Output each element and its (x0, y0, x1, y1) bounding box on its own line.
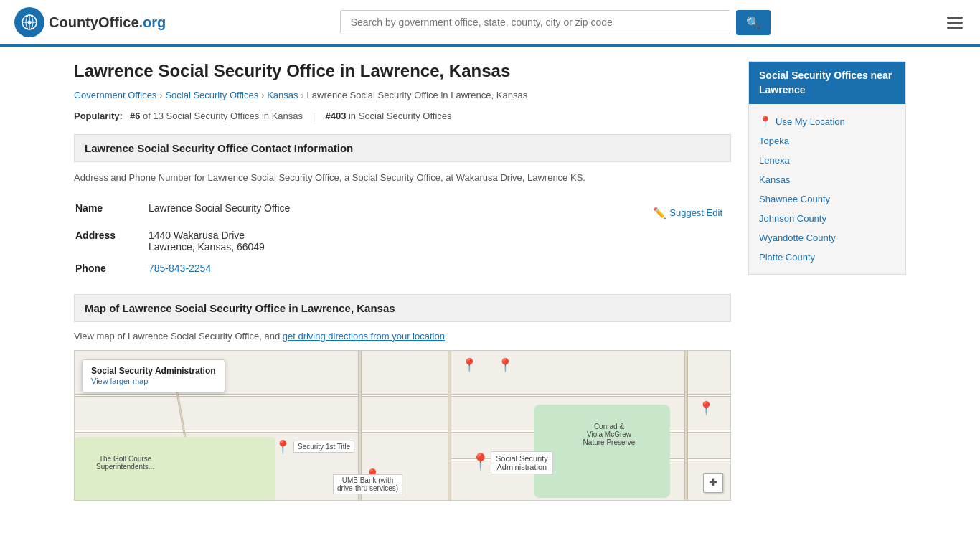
zoom-plus-button[interactable]: + (703, 473, 723, 493)
table-row-phone: Phone 785-843-2254 (75, 258, 730, 278)
map-pin-purple-2: 📍 (461, 357, 477, 373)
breadcrumb: Government Offices › Social Security Off… (74, 90, 731, 100)
logo-icon (14, 7, 44, 37)
view-larger-map-link[interactable]: View larger map (91, 377, 148, 385)
menu-bar-2 (947, 22, 963, 24)
map-pin-right: 📍 (698, 400, 714, 416)
sidebar-title: Social Security Offices near Lawrence (749, 62, 905, 104)
sidebar-list: 📍 Use My Location Topeka Lenexa Kansas S… (749, 104, 905, 274)
popularity-rank-2: #403 in Social Security Offices (325, 110, 451, 121)
pop-divider: | (313, 110, 315, 121)
breadcrumb-sep-3: › (301, 90, 304, 100)
map-label-security1st: Security 1st Title (293, 441, 354, 453)
map-section-header: Map of Lawrence Social Security Office i… (74, 294, 731, 322)
search-area: 🔍 (340, 10, 771, 35)
sidebar-item-wyandotte: Wyandotte County (749, 228, 905, 248)
map-label-umb: UMB Bank (withdrive-thru services) (333, 474, 402, 494)
search-input[interactable] (340, 10, 730, 34)
breadcrumb-sep-1: › (159, 90, 162, 100)
header: CountyOffice.org 🔍 (0, 0, 980, 47)
map-green-area (534, 405, 670, 498)
name-value: Lawrence Social Security Office ✏️ Sugge… (149, 198, 730, 224)
phone-link[interactable]: 785-843-2254 (149, 263, 211, 274)
map-section: Map of Lawrence Social Security Office i… (74, 294, 731, 501)
popularity-row: Popularity: #6 of 13 Social Security Off… (74, 110, 731, 121)
contact-details-table: Name Lawrence Social Security Office ✏️ … (74, 197, 731, 280)
map-container[interactable]: Conrad &Viola McGrewNature Preserve The … (74, 350, 731, 501)
breadcrumb-govt-offices[interactable]: Government Offices (74, 90, 156, 100)
map-popup: Social Security Administration View larg… (82, 359, 225, 392)
sidebar-box: Social Security Offices near Lawrence 📍 … (748, 61, 906, 275)
contact-description: Address and Phone Number for Lawrence So… (74, 171, 731, 185)
sidebar-item-kansas: Kansas (749, 170, 905, 189)
breadcrumb-current: Lawrence Social Security Office in Lawre… (307, 90, 528, 100)
topeka-link[interactable]: Topeka (759, 136, 789, 146)
map-pin-main: 📍 (471, 453, 490, 471)
phone-value: 785-843-2254 (149, 258, 730, 278)
table-row-address: Address 1440 Wakarusa Drive Lawrence, Ka… (75, 225, 730, 257)
map-description: View map of Lawrence Social Security Off… (74, 331, 731, 342)
sidebar-item-johnson: Johnson County (749, 209, 905, 228)
popularity-label: Popularity: (74, 110, 123, 121)
johnson-link[interactable]: Johnson County (759, 213, 826, 224)
breadcrumb-sep-2: › (261, 90, 264, 100)
map-label-nature-preserve: Conrad &Viola McGrewNature Preserve (548, 423, 670, 446)
svg-point-5 (28, 21, 32, 24)
lenexa-link[interactable]: Lenexa (759, 155, 790, 166)
breadcrumb-social-security[interactable]: Social Security Offices (165, 90, 258, 100)
driving-directions-link[interactable]: get driving directions from your locatio… (283, 331, 445, 342)
sidebar-item-shawnee: Shawnee County (749, 189, 905, 209)
phone-label: Phone (75, 258, 147, 278)
map-pin-security1st: 📍 (275, 439, 291, 455)
sidebar: Social Security Offices near Lawrence 📍 … (748, 61, 906, 501)
page-title: Lawrence Social Security Office in Lawre… (74, 61, 731, 81)
use-my-location-item: 📍 Use My Location (749, 111, 905, 131)
logo-area: CountyOffice.org (14, 7, 166, 37)
menu-bar-1 (947, 17, 963, 19)
popularity-rank-1: #6 of 13 Social Security Offices in Kans… (130, 110, 303, 121)
shawnee-link[interactable]: Shawnee County (759, 194, 830, 204)
address-label: Address (75, 225, 147, 257)
hamburger-menu-button[interactable] (944, 14, 966, 32)
kansas-link[interactable]: Kansas (759, 174, 790, 185)
map-label-main-ssa: Social SecurityAdministration (491, 451, 553, 474)
contact-section: Lawrence Social Security Office Contact … (74, 134, 731, 280)
menu-bar-3 (947, 27, 963, 29)
contact-section-header: Lawrence Social Security Office Contact … (74, 134, 731, 162)
suggest-edit-button[interactable]: ✏️ Suggest Edit (653, 207, 722, 220)
table-row-name: Name Lawrence Social Security Office ✏️ … (75, 198, 730, 224)
use-my-location-link[interactable]: Use My Location (776, 116, 845, 127)
map-road-v3 (684, 351, 688, 500)
breadcrumb-kansas[interactable]: Kansas (267, 90, 298, 100)
sidebar-item-platte: Platte County (749, 248, 905, 267)
map-road-h1 (75, 394, 730, 397)
sidebar-item-topeka: Topeka (749, 131, 905, 151)
map-road-v2 (448, 351, 451, 500)
sidebar-item-lenexa: Lenexa (749, 151, 905, 170)
map-background: Conrad &Viola McGrewNature Preserve The … (75, 351, 730, 500)
wyandotte-link[interactable]: Wyandotte County (759, 232, 836, 243)
map-label-golf: The Golf CourseSuperintendents... (96, 455, 154, 471)
name-label: Name (75, 198, 147, 224)
edit-icon: ✏️ (653, 207, 666, 220)
map-pin-purple-top: 📍 (497, 357, 513, 373)
logo-text: CountyOffice.org (49, 14, 166, 31)
address-value: 1440 Wakarusa Drive Lawrence, Kansas, 66… (149, 225, 730, 257)
platte-link[interactable]: Platte County (759, 252, 815, 263)
location-pin-icon: 📍 (759, 116, 771, 127)
main-wrapper: Lawrence Social Security Office in Lawre… (60, 47, 920, 515)
search-icon: 🔍 (746, 17, 760, 29)
search-button[interactable]: 🔍 (736, 10, 771, 35)
content-area: Lawrence Social Security Office in Lawre… (74, 61, 731, 501)
